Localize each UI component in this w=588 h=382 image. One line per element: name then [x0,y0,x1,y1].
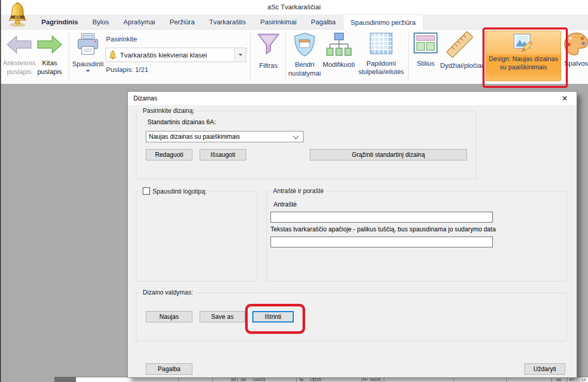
sizes-widths-label: Dydžiai/pločiai [440,61,479,70]
sizes-widths-button[interactable]: Dydžiai/pločiai [440,31,479,70]
palette-icon [564,32,588,56]
tab-pagalba[interactable]: Pagalba [304,14,343,29]
select-label: Pasirinkite [106,35,137,43]
previous-page-label-line2: puslapis [2,67,36,76]
next-page-button[interactable]: Kitas puslapis [34,35,65,76]
design-combobox-value: Naujas dizainas su paaiškinimais [146,133,294,140]
save-button[interactable]: Išsaugoti [200,149,246,160]
footer-label: Tekstas tvarkaraščio apačioje - palikus … [270,226,496,233]
svg-text:aSc: aSc [14,15,21,19]
design-combobox[interactable]: Naujas dizainas su paaiškinimais [146,131,304,142]
timetable-combobox[interactable]: Tvarkaraštis kiekvienai klasei [105,48,246,62]
chevron-down-icon [293,133,298,139]
print-label: Spausdinti [71,60,104,68]
timetable-combobox-value: Tvarkaraštis kiekvienai klasei [117,51,234,59]
layout-style-icon [413,32,438,55]
colors-label: Spalvos [564,59,588,68]
tab-perziura[interactable]: Peržiūra [162,14,202,29]
ribbon-separator [250,33,251,80]
sliver-cell: Ur [582,377,586,382]
window-title: aSc Tvarkaraščiai [0,3,588,11]
group-design-management-title: Dizaino valdymas: [141,289,195,296]
restore-standard-design-button[interactable]: Grąžinti standartinį dizainą [310,149,467,160]
dialog-title: Dizainas [133,95,157,102]
save-as-button[interactable]: Save as [200,311,245,322]
help-button[interactable]: Pagalba [146,363,192,375]
tab-bylos[interactable]: Bylos [85,14,116,29]
print-button[interactable]: Spausdinti [71,33,104,72]
next-page-label-line1: Kitas [34,58,65,67]
modify-button[interactable]: Modifikuoti [320,32,358,69]
dialog-close-icon[interactable]: ✕ [556,92,574,105]
shield-icon [293,32,316,57]
org-chart-icon [325,32,352,57]
tab-spausdinimo-perziura[interactable]: Spausdinimo peržiūra [343,14,424,30]
grid-icon [369,32,394,56]
edit-button[interactable]: Redaguoti [146,149,192,160]
group-select-design-title: Pasirinkite dizainą: [141,107,197,114]
mini-bell-icon [109,50,117,60]
extra-columns-rows-button[interactable]: Papildomi stulpeliai/eilutės [358,32,404,77]
print-logo-checkbox[interactable] [143,187,150,195]
page-indicator: Puslapis: 1/21 [106,66,148,74]
app-window: aSc Tvarkaraščiai aSc Pagrindinis Bylos … [0,0,588,382]
header-label: Antraštė [274,201,297,208]
close-button[interactable]: Uždaryti [524,363,565,375]
design-label-line2: su paaiškinimais [486,63,561,71]
timetable-sliver-darkcell [54,377,76,382]
funnel-icon [256,32,281,57]
footer-input[interactable] [270,237,493,247]
arrow-right-icon [37,35,63,54]
ruler-icon [445,31,475,58]
header-input[interactable] [270,212,493,223]
ribbon-tab-bar: Pagrindinis Bylos Aprašymai Peržiūra Tva… [0,14,588,30]
next-page-label-line2: puslapis [34,67,65,76]
design-picture-pencil-icon [513,34,534,53]
dialog-title-bar[interactable]: Dizainas ✕ [128,92,577,105]
ribbon-separator [285,33,286,80]
window-left-edge [0,0,1,382]
style-button[interactable]: Stilius [411,32,440,68]
ribbon-separator [69,33,69,80]
print-logo-label: Spausdinti logotipą: [153,188,207,195]
style-label: Stilius [411,59,440,68]
ribbon-separator [408,33,409,80]
tab-pasirinkimai[interactable]: Pasirinkimai [253,14,304,29]
colors-button[interactable]: Spalvos [564,32,588,68]
delete-button[interactable]: Ištrinti [252,311,294,322]
general-settings-button[interactable]: Bendri nustatymai [288,32,322,78]
extra-label-line2: stulpeliai/eilutės [358,68,404,77]
previous-page-label-line1: Ankstesnis [2,58,36,67]
design-label-line1: Design: Naujas dizainas [486,55,561,63]
tab-pagrindinis[interactable]: Pagrindinis [34,14,85,29]
filter-button[interactable]: Filtras [252,32,284,70]
design-button[interactable]: Design: Naujas dizainas su paaiškinimais [486,31,561,81]
ribbon: Ankstesnis puslapis Kitas puslapis Spa [0,30,588,84]
dropdown-arrow-icon [238,54,243,56]
print-logo-checkbox-row[interactable]: Spausdinti logotipą: [141,187,209,195]
general-settings-label-line2: nustatymai [288,69,322,78]
design-dialog: Dizainas ✕ Pasirinkite dizainą: Standart… [127,91,577,378]
asc-bell-logo-icon[interactable]: aSc [8,2,27,30]
print-dropdown-caret-icon [86,70,90,72]
tab-tvarkarastis[interactable]: Tvarkaraštis [202,14,253,29]
tab-aprasymai[interactable]: Aprašymai [116,14,162,29]
modify-label: Modifikuoti [320,60,358,69]
general-settings-label-line1: Bendri [288,60,322,69]
group-print-logo: Spausdinti logotipą: [136,191,258,282]
printer-icon [76,33,100,56]
group-header-footer-title: Antraštė ir poraštė [271,187,326,195]
title-bar: aSc Tvarkaraščiai [0,0,588,14]
extra-label-line1: Papildomi [358,59,404,68]
arrow-left-icon [6,35,32,54]
filter-label: Filtras [252,61,284,70]
new-button[interactable]: Naujas [146,311,192,322]
timetable-combobox-dropdown-button[interactable] [234,48,246,62]
standard-design-label: Standartinis dizainas 6A: [147,119,216,126]
previous-page-button[interactable]: Ankstesnis puslapis [2,35,36,76]
